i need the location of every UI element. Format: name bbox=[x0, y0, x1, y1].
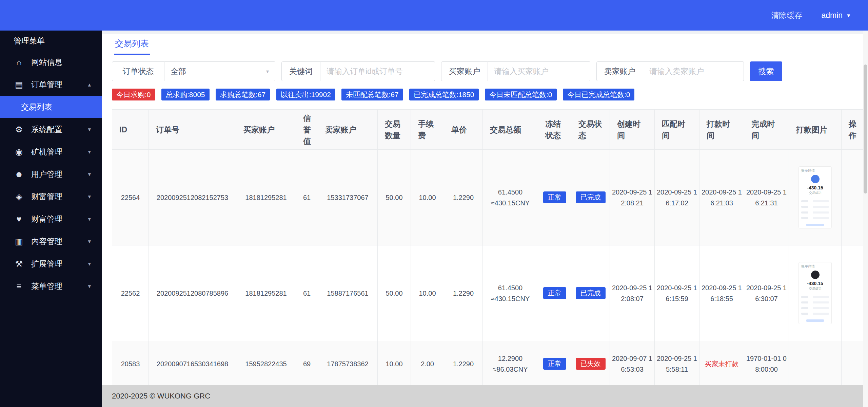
keyword-label: 关键词 bbox=[281, 61, 320, 81]
receipt-avatar bbox=[811, 271, 820, 279]
cell-qty: 50.00 bbox=[378, 150, 411, 245]
chevron-down-icon: ▾ bbox=[88, 238, 91, 245]
cell-paid: 买家未打款 bbox=[699, 341, 744, 386]
miner-icon: ◉ bbox=[14, 147, 24, 157]
cell-order-no: 2020092512080785896 bbox=[149, 245, 236, 341]
status-badge: 已完成 bbox=[576, 287, 606, 299]
gear-icon: ⚙ bbox=[14, 125, 24, 134]
receipt-status: 交易成功 bbox=[809, 191, 821, 195]
users-icon: ☻ bbox=[14, 169, 24, 179]
wrench-icon: ⚒ bbox=[14, 259, 24, 269]
wealth-icon: ◈ bbox=[14, 192, 24, 202]
content-card: 交易列表 订单状态 全部 ▾ 关键词 买家账户 卖家账户 bbox=[102, 34, 868, 385]
clear-cache-button[interactable]: 清除缓存 bbox=[771, 10, 802, 21]
table-header-row: ID 订单号 买家账户 信誉值 卖家账户 交易数量 手续费 单价 交易总额 冻结… bbox=[112, 110, 864, 150]
order-status-select[interactable]: 全部 ▾ bbox=[164, 61, 275, 81]
cell-freeze-status: 正常 bbox=[538, 150, 571, 245]
cell-id: 20583 bbox=[112, 341, 149, 386]
cell-freeze-status: 正常 bbox=[538, 341, 571, 386]
cell-seller: 17875738362 bbox=[318, 341, 378, 386]
seller-input[interactable] bbox=[643, 61, 744, 81]
home-icon: ⌂ bbox=[14, 57, 24, 67]
user-menu[interactable]: admin ▼ bbox=[821, 11, 851, 20]
col-header-credit: 信誉值 bbox=[296, 110, 318, 150]
cell-order-no: 2020092512082152753 bbox=[149, 150, 236, 245]
payment-receipt-thumbnail[interactable]: 账单详情 -430.15 交易成功 bbox=[798, 166, 832, 228]
keyword-input[interactable] bbox=[320, 61, 435, 81]
cell-credit: 61 bbox=[296, 245, 318, 341]
scrollbar-track[interactable] bbox=[863, 31, 868, 407]
col-header-actions: 操作 bbox=[842, 110, 864, 150]
cell-trade-status: 已完成 bbox=[571, 150, 610, 245]
search-button[interactable]: 搜索 bbox=[750, 61, 782, 81]
cell-buyer: 18181295281 bbox=[236, 150, 296, 245]
cell-seller: 15331737067 bbox=[318, 150, 378, 245]
status-badge: 已失效 bbox=[576, 358, 606, 370]
cell-matched: 2020-09-25 15:58:11 bbox=[655, 341, 699, 386]
sidebar-item-user-management[interactable]: ☻ 用户管理 ▾ bbox=[0, 163, 102, 185]
receipt-amount: -430.15 bbox=[807, 280, 823, 286]
col-header-order-no: 订单号 bbox=[149, 110, 236, 150]
cell-seller: 15887176561 bbox=[318, 245, 378, 341]
chevron-down-icon: ▾ bbox=[88, 126, 91, 133]
tab-transaction-list[interactable]: 交易列表 bbox=[114, 38, 150, 55]
receipt-link-line bbox=[806, 224, 824, 226]
order-status-filter: 订单状态 全部 ▾ bbox=[112, 61, 275, 81]
sidebar-item-miner-management[interactable]: ◉ 矿机管理 ▾ bbox=[0, 141, 102, 163]
cell-payment-image: 账单详情 -430.15 交易成功 bbox=[789, 150, 842, 245]
cell-finished: 2020-09-25 16:21:31 bbox=[744, 150, 789, 245]
cell-created: 2020-09-25 12:08:21 bbox=[610, 150, 655, 245]
buyer-label: 买家账户 bbox=[441, 61, 488, 81]
cell-payment-image: 账单详情 -430.15 交易成功 bbox=[789, 245, 842, 341]
sidebar-item-website-info[interactable]: ⌂ 网站信息 bbox=[0, 51, 102, 73]
cell-paid: 2020-09-25 16:18:55 bbox=[699, 245, 744, 341]
sidebar-item-extension-management[interactable]: ⚒ 扩展管理 ▾ bbox=[0, 253, 102, 275]
topbar: 清除缓存 admin ▼ bbox=[0, 0, 868, 31]
receipt-detail-lines bbox=[801, 293, 829, 318]
filter-row: 订单状态 全部 ▾ 关键词 买家账户 卖家账户 搜索 bbox=[102, 55, 868, 87]
sidebar-item-menu-management[interactable]: ≡ 菜单管理 ▾ bbox=[0, 275, 102, 297]
col-header-seller: 卖家账户 bbox=[318, 110, 378, 150]
footer: 2020-2025 © WUKONG GRC bbox=[102, 385, 868, 407]
col-header-qty: 交易数量 bbox=[378, 110, 411, 150]
sidebar-item-system-config[interactable]: ⚙ 系统配置 ▾ bbox=[0, 118, 102, 141]
sidebar-item-content-management[interactable]: ▥ 内容管理 ▾ bbox=[0, 230, 102, 253]
chevron-down-icon: ▾ bbox=[266, 68, 269, 75]
cell-freeze-status: 正常 bbox=[538, 245, 571, 341]
col-header-created: 创建时间 bbox=[610, 110, 655, 150]
chevron-down-icon: ▾ bbox=[88, 171, 91, 178]
sidebar-item-wealth-management-2[interactable]: ♥ 财富管理 ▾ bbox=[0, 208, 102, 230]
cell-actions bbox=[842, 245, 864, 341]
document-icon: ▥ bbox=[14, 237, 24, 246]
orders-icon: ▤ bbox=[14, 80, 24, 90]
payment-receipt-thumbnail[interactable]: 账单详情 -430.15 交易成功 bbox=[798, 262, 832, 324]
buyer-input[interactable] bbox=[488, 61, 590, 81]
col-header-price: 单价 bbox=[444, 110, 483, 150]
cell-created: 2020-09-25 12:08:07 bbox=[610, 245, 655, 341]
chevron-down-icon: ▾ bbox=[88, 193, 91, 200]
cell-actions bbox=[842, 150, 864, 245]
col-header-total: 交易总额 bbox=[483, 110, 538, 150]
cell-price: 1.2290 bbox=[444, 150, 483, 245]
col-header-trade-status: 交易状态 bbox=[571, 110, 610, 150]
cell-fee: 2.00 bbox=[411, 341, 444, 386]
cell-id: 22564 bbox=[112, 150, 149, 245]
transactions-table-wrap: ID 订单号 买家账户 信誉值 卖家账户 交易数量 手续费 单价 交易总额 冻结… bbox=[102, 109, 868, 385]
sidebar-item-wealth-management-1[interactable]: ◈ 财富管理 ▾ bbox=[0, 185, 102, 208]
scrollbar-thumb[interactable] bbox=[864, 64, 867, 193]
tabs-row: 交易列表 bbox=[102, 34, 868, 55]
sidebar-item-order-management[interactable]: ▤ 订单管理 ▴ bbox=[0, 73, 102, 96]
stat-badge: 今日求购:0 bbox=[112, 89, 155, 100]
col-header-finished: 完成时间 bbox=[744, 110, 789, 150]
table-row: 22564 2020092512082152753 18181295281 61… bbox=[112, 150, 864, 245]
cell-price: 1.2290 bbox=[444, 245, 483, 341]
status-badge: 正常 bbox=[543, 191, 566, 203]
stats-row: 今日求购:0 总求购:8005 求购总笔数:67 以往卖出:19902 未匹配总… bbox=[102, 87, 868, 109]
chevron-down-icon: ▾ bbox=[88, 216, 91, 223]
order-status-label: 订单状态 bbox=[112, 61, 164, 81]
table-row: 22562 2020092512080785896 18181295281 61… bbox=[112, 245, 864, 341]
sidebar-title: 管理菜单 bbox=[0, 31, 102, 51]
stat-badge: 总求购:8005 bbox=[161, 89, 210, 100]
receipt-title: 账单详情 bbox=[801, 168, 815, 173]
sidebar-item-transaction-list[interactable]: 交易列表 bbox=[0, 96, 102, 118]
